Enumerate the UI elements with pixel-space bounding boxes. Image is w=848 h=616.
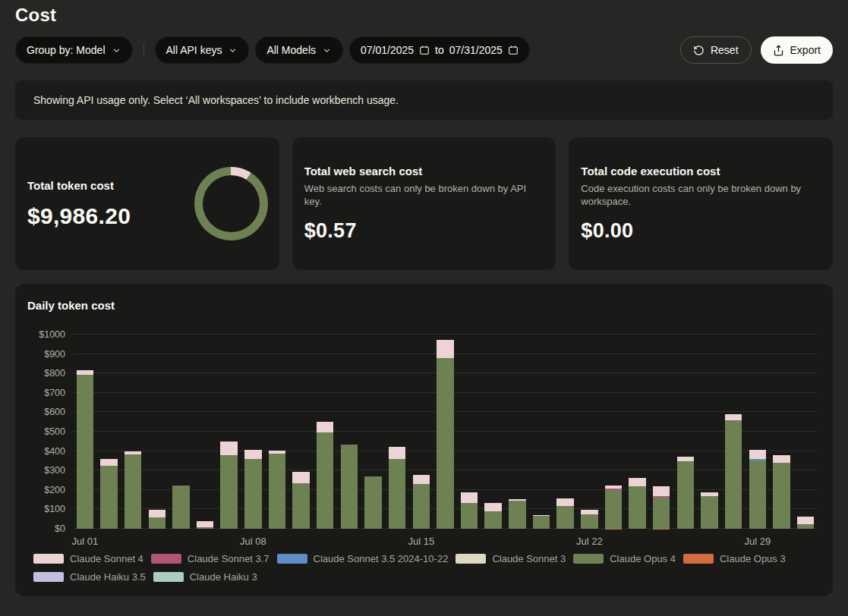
total-code-execution-cost-description: Code execution costs can only be broken …	[581, 183, 821, 208]
legend-item[interactable]: Claude Haiku 3.5	[33, 571, 146, 583]
bar-segment[interactable]	[533, 516, 550, 529]
donut-hole	[203, 175, 260, 232]
bar-jul-14	[385, 335, 409, 529]
api-keys-dropdown[interactable]: All API keys	[155, 36, 250, 64]
bar-segment[interactable]	[677, 461, 694, 529]
bar-segment[interactable]	[292, 483, 309, 529]
bar-segment[interactable]	[100, 466, 117, 529]
legend-item[interactable]: Claude Haiku 3	[153, 571, 257, 583]
bar-segment[interactable]	[437, 340, 453, 358]
bar-segment[interactable]	[556, 506, 573, 529]
legend-swatch	[151, 554, 181, 564]
bar-segment[interactable]	[220, 455, 237, 529]
bar-segment[interactable]	[773, 455, 790, 462]
bar-segment[interactable]	[100, 459, 117, 465]
bar-segment[interactable]	[341, 445, 358, 529]
y-axis-tick-label: $700	[44, 388, 65, 398]
rotate-ccw-icon	[693, 45, 705, 56]
models-dropdown[interactable]: All Models	[255, 36, 343, 64]
bar-segment[interactable]	[172, 486, 189, 529]
bar-jul-30	[770, 335, 794, 529]
bar-segment[interactable]	[509, 501, 525, 529]
bar-segment[interactable]	[461, 492, 478, 503]
bar-segment[interactable]	[556, 498, 573, 505]
export-icon	[773, 45, 784, 56]
bar-segment[interactable]	[629, 486, 645, 529]
bar-jul-17	[457, 335, 481, 529]
bar-segment[interactable]	[653, 498, 670, 529]
legend-item[interactable]: Claude Opus 3	[683, 553, 786, 564]
bar-segment[interactable]	[149, 510, 166, 517]
bar-segment[interactable]	[581, 514, 597, 529]
bar-jul-11	[313, 335, 337, 529]
bar-segment[interactable]	[77, 370, 93, 376]
bar-segment[interactable]	[149, 517, 166, 529]
legend-item[interactable]: Claude Opus 4	[573, 553, 676, 564]
bar-segment[interactable]	[605, 490, 622, 529]
bar-segment[interactable]	[125, 454, 141, 529]
bar-jul-27	[698, 335, 722, 529]
bar-segment[interactable]	[244, 459, 261, 529]
bar-segment[interactable]	[484, 503, 501, 511]
bar-jul-26	[673, 335, 698, 529]
start-date-input[interactable]: 07/01/2025	[361, 44, 414, 56]
y-axis-tick-label: $1000	[39, 329, 65, 340]
total-web-search-cost-value: $0.57	[304, 219, 544, 243]
y-axis-tick-label: $800	[44, 368, 65, 379]
bar-segment[interactable]	[749, 450, 766, 459]
y-axis-tick-label: $500	[44, 426, 65, 437]
bar-segment[interactable]	[725, 420, 742, 529]
legend-item[interactable]: Claude Sonnet 3.5 2024-10-22	[277, 553, 449, 564]
group-by-dropdown[interactable]: Group by: Model	[15, 36, 133, 64]
bar-segment[interactable]	[292, 472, 309, 484]
bar-segment[interactable]	[317, 422, 333, 432]
bar-segment[interactable]	[269, 454, 285, 529]
bar-segment[interactable]	[484, 511, 501, 529]
bar-segment[interactable]	[653, 486, 670, 496]
reset-button[interactable]: Reset	[680, 36, 752, 64]
end-date-input[interactable]: 07/31/2025	[449, 44, 503, 56]
legend-swatch	[153, 572, 184, 582]
bar-segment[interactable]	[77, 375, 93, 529]
group-by-dropdown-label: Group by: Model	[27, 44, 106, 56]
bar-segment[interactable]	[317, 432, 333, 529]
calendar-icon[interactable]	[419, 45, 430, 55]
page-title: Cost	[15, 5, 833, 26]
bar-segment[interactable]	[797, 517, 814, 523]
bar-segment[interactable]	[389, 447, 405, 459]
bar-segment[interactable]	[725, 414, 742, 420]
bar-jul-06	[193, 335, 217, 529]
legend-label: Claude Haiku 3	[190, 571, 257, 583]
bar-segment[interactable]	[773, 463, 790, 529]
bar-jul-20	[529, 335, 553, 529]
bar-segment[interactable]	[437, 358, 453, 529]
bar-segment[interactable]	[629, 478, 645, 487]
bar-segment[interactable]	[701, 496, 717, 529]
bar-segment[interactable]	[244, 450, 261, 460]
bar-segment[interactable]	[364, 476, 381, 529]
total-code-execution-cost-title: Total code execution cost	[581, 165, 821, 178]
bar-segment[interactable]	[413, 475, 430, 484]
calendar-icon[interactable]	[508, 45, 519, 55]
bar-segment[interactable]	[197, 521, 213, 527]
bar-segment[interactable]	[749, 460, 766, 529]
total-web-search-cost-description: Web search costs can only be broken down…	[304, 183, 544, 208]
legend-item[interactable]: Claude Sonnet 4	[33, 553, 143, 564]
legend-swatch	[33, 554, 64, 564]
bar-segment[interactable]	[220, 442, 237, 455]
legend-label: Claude Sonnet 3	[492, 553, 566, 564]
bar-jul-09	[265, 335, 289, 529]
legend-label: Claude Opus 3	[720, 553, 786, 564]
bar-jul-18	[481, 335, 506, 529]
legend-item[interactable]: Claude Sonnet 3.7	[151, 553, 270, 564]
bar-jul-31	[793, 335, 818, 529]
bar-segment[interactable]	[413, 484, 430, 529]
bar-segment[interactable]	[461, 503, 478, 529]
date-range-picker: 07/01/2025 to 07/31/2025	[349, 36, 530, 64]
legend-swatch	[683, 554, 714, 564]
bar-jul-13	[361, 335, 386, 529]
bar-segment[interactable]	[389, 459, 405, 529]
legend-item[interactable]: Claude Sonnet 3	[456, 553, 566, 564]
export-button[interactable]: Export	[761, 36, 833, 64]
bar-jul-19	[506, 335, 530, 529]
